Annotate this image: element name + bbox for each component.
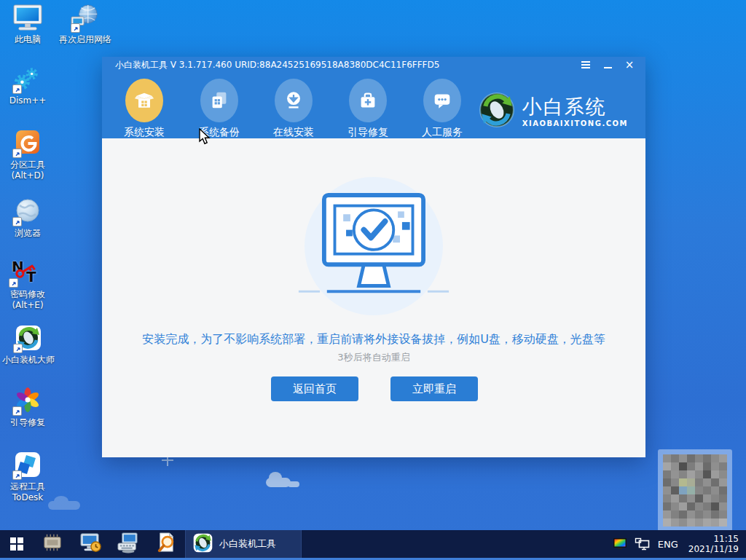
install-complete-message: 安装完成，为了不影响系统部署，重启前请将外接设备拔掉，例如U盘，移动硬盘，光盘等 [102,332,645,347]
desktop-icon-this-pc[interactable]: 此电脑 [4,4,51,45]
taskbar-search-tool[interactable] [147,530,185,558]
shortcut-arrow-icon [12,84,22,94]
desktop-icon-label: 分区工具 [10,159,45,170]
desktop-icon-label: 再次启用网络 [59,34,111,44]
nav-label: 引导修复 [336,126,400,139]
minimize-button[interactable] [602,59,613,71]
start-button[interactable] [0,530,34,558]
shortcut-arrow-icon [13,344,23,353]
window-title: 小白装机工具 V 3.1.717.460 URID:88A24525169518… [102,59,580,71]
support-chat-icon [423,79,461,122]
shortcut-arrow-icon [12,149,22,158]
desktop-icon-label: 此电脑 [15,34,41,44]
shortcut-arrow-icon [9,278,18,288]
desktop-icon-label: (Alt+E) [12,300,43,310]
pc-clock-icon [79,532,102,556]
xiaobai-tool-window: 小白装机工具 V 3.1.717.460 URID:88A24525169518… [102,57,645,457]
brand: 小白系统 XIAOBAIXITONG.COM [479,92,628,131]
nav-support[interactable]: 人工服务 [410,79,474,139]
desktop-icon-browser[interactable]: 浏览器 [1,198,54,239]
taskbar: 小白装机工具 ENG 11:15 202 [0,530,746,558]
tray-time: 11:15 [713,534,739,544]
boot-repair-pinwheel-icon [1,387,54,415]
nav-system-install[interactable]: 系统安装 [112,79,176,139]
window-content: 安装完成，为了不影响系统部署，重启前请将外接设备拔掉，例如U盘，移动硬盘，光盘等… [102,138,645,457]
nav-boot-repair[interactable]: 引导修复 [336,79,400,139]
nav-online-install[interactable]: 在线安装 [262,79,326,139]
install-box-icon [125,79,163,122]
desktop-icon-label: 远程工具 [10,481,45,492]
taskbar-keyboard-tool[interactable] [109,530,147,558]
desktop: 此电脑 再次启用网络 [0,0,746,560]
this-pc-icon [4,4,51,32]
desktop-icon-label: 小白装机大师 [2,355,55,365]
desktop-icon-label: ToDesk [12,492,43,502]
system-tray: ENG 11:15 2021/11/19 [613,530,746,558]
desktop-icon-boot-repair[interactable]: 引导修复 [1,387,54,428]
password-key-icon: N T [1,259,54,287]
nav-label: 在线安装 [262,126,326,139]
taskbar-app-label: 小白装机工具 [219,537,276,551]
restart-now-button[interactable]: 立即重启 [390,376,478,401]
browser-globe-icon [1,198,54,226]
partition-tool-icon [1,130,54,157]
nav-label: 系统安装 [112,126,176,139]
display-color-icon[interactable] [613,537,627,551]
taskbar-pc-clock-tool[interactable] [71,530,109,558]
restart-countdown: 3秒后将自动重启 [102,351,645,364]
tray-date: 2021/11/19 [688,544,739,554]
xiaobai-logo-icon [193,533,213,556]
network-tray-icon[interactable] [635,537,651,551]
todesk-icon [1,451,54,479]
nav-label: 系统备份 [187,126,251,139]
hamburger-icon [581,61,590,68]
taskbar-active-app[interactable]: 小白装机工具 [185,530,302,558]
network-enable-icon [52,4,118,32]
memory-chip-icon [42,532,63,556]
desktop-icon-label: Dism++ [9,95,47,106]
dism-gears-icon [1,66,54,93]
search-document-icon [156,532,176,556]
back-home-button[interactable]: 返回首页 [271,376,358,401]
desktop-icon-password-reset[interactable]: N T 密码修改 (Alt+E) [1,259,54,311]
qr-code [658,449,732,532]
clock[interactable]: 11:15 2021/11/19 [686,534,739,554]
desktop-icon-label: (Alt+D) [12,170,44,181]
desktop-icon-partition-tool[interactable]: 分区工具 (Alt+D) [1,130,54,181]
desktop-icon-label: 浏览器 [15,228,41,238]
nav-system-backup[interactable]: 系统备份 [187,79,251,139]
shortcut-arrow-icon [12,406,22,416]
online-install-download-icon [275,79,313,122]
shortcut-arrow-icon [71,23,80,33]
window-titlebar[interactable]: 小白装机工具 V 3.1.717.460 URID:88A24525169518… [102,57,645,73]
shortcut-arrow-icon [12,217,22,226]
close-button[interactable]: × [624,59,635,71]
xiaobai-logo-icon [479,92,515,131]
desktop-icon-label: 密码修改 [10,289,45,299]
window-navbar: 系统安装 系统备份 [102,73,645,138]
shortcut-arrow-icon [12,470,22,480]
desktop-icon-dism[interactable]: Dism++ [1,66,54,106]
close-icon: × [625,60,635,71]
language-indicator[interactable]: ENG [658,539,678,550]
cloud [266,478,291,487]
nav-label: 人工服务 [410,126,474,139]
taskbar-memory-tool[interactable] [34,530,71,558]
monitor-check-icon [296,191,452,304]
menu-button[interactable] [580,59,592,71]
desktop-icon-todesk[interactable]: 远程工具 ToDesk [1,451,54,503]
windows-start-icon [10,537,23,551]
desktop-icon-label: 引导修复 [10,417,45,427]
brand-name: 小白系统 [522,96,628,118]
desktop-icon-xiaobai-master[interactable]: 小白装机大师 [0,325,57,366]
brand-site: XIAOBAIXITONG.COM [522,119,628,127]
keyboard-monitor-icon [117,532,140,556]
minimize-icon [604,67,612,68]
desktop-icon-enable-network[interactable]: 再次启用网络 [52,4,118,45]
boot-repair-case-icon [349,79,387,122]
xiaobai-master-icon [0,325,57,352]
system-backup-icon [200,79,238,122]
